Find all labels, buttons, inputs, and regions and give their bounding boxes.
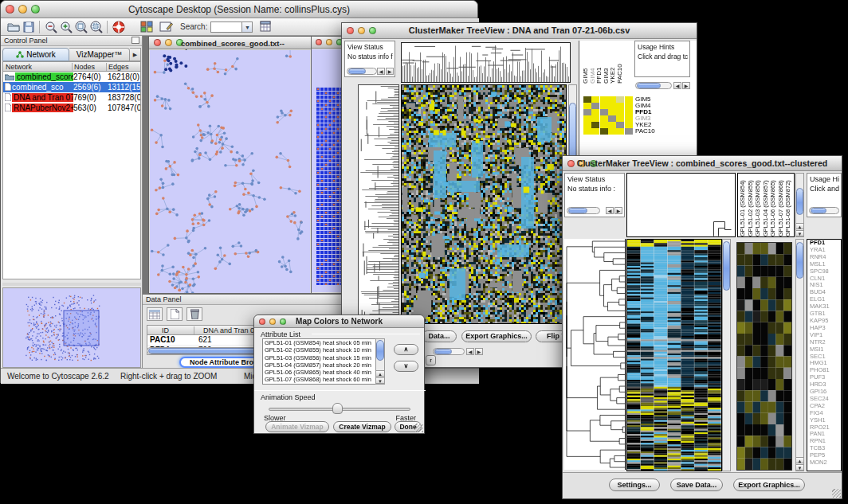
- treeview2-titlebar[interactable]: ClusterMaker TreeView : combined_scores_…: [563, 156, 842, 171]
- close-icon[interactable]: [316, 39, 322, 45]
- matrix-cell[interactable]: [600, 103, 608, 109]
- attribute-mapper-icon[interactable]: [139, 20, 154, 34]
- search-input[interactable]: [210, 21, 242, 33]
- resize-grip[interactable]: [414, 424, 423, 432]
- matrix-cell[interactable]: [583, 103, 591, 109]
- export-graphics-button[interactable]: Export Graphics...: [733, 479, 805, 491]
- zoom-fit-icon[interactable]: [73, 20, 88, 34]
- treeview2-gene-list[interactable]: PFD1YRA1RNR4MSL1SPC98CLN1NIS1BUD4ELG1MAK…: [807, 239, 842, 471]
- save-session-icon[interactable]: [21, 20, 36, 34]
- new-attribute-icon[interactable]: [167, 307, 183, 321]
- scroll-left-icon[interactable]: ◀: [377, 68, 385, 75]
- attribute-list-item[interactable]: GPL51-06 (GSM865) heat shock 40 min: [263, 369, 384, 376]
- float-panel-icon[interactable]: [132, 37, 139, 44]
- matrix-cell[interactable]: [616, 103, 624, 109]
- scroll-left-icon[interactable]: ◀: [673, 82, 681, 89]
- treeview1-titlebar[interactable]: ClusterMaker TreeView : DNA and Tran 07-…: [342, 23, 697, 39]
- tab-overflow-icon[interactable]: ▶: [130, 48, 141, 61]
- scroll-up-icon[interactable]: ▲: [796, 457, 803, 463]
- network-row[interactable]: DNA and Tran 07769(0)183728(0): [3, 92, 140, 103]
- matrix-cell[interactable]: [616, 122, 624, 128]
- view-status-hscrollbar[interactable]: [347, 68, 377, 75]
- export-graphics-button[interactable]: Export Graphics...: [461, 330, 532, 342]
- heatmap-vscrollbar[interactable]: [722, 239, 731, 471]
- matrix-cell[interactable]: [583, 109, 591, 115]
- attribute-list-item[interactable]: GPL51-03 (GSM856) heat shock 15 min: [263, 354, 384, 361]
- network-window-1-titlebar[interactable]: combined_scores_good.txt--cluste...: [149, 37, 311, 49]
- main-titlebar[interactable]: Cytoscape Desktop (Session Name: collins…: [1, 1, 477, 18]
- scroll-left-icon[interactable]: ◀: [466, 348, 474, 355]
- matrix-cell[interactable]: [608, 103, 616, 109]
- treeview1-heatmap[interactable]: [401, 84, 567, 324]
- scroll-down-icon[interactable]: ▼: [376, 377, 384, 384]
- treeview1-row-dendrogram[interactable]: [358, 84, 399, 324]
- matrix-cell[interactable]: [625, 103, 633, 109]
- matrix-cell[interactable]: [600, 109, 608, 115]
- view-status-hscrollbar[interactable]: [567, 207, 600, 214]
- scroll-down-icon[interactable]: ▼: [796, 230, 803, 236]
- tab-vizmapper[interactable]: VizMapper™: [69, 48, 130, 61]
- matrix-cell[interactable]: [625, 109, 633, 115]
- matrix-cell[interactable]: [583, 115, 591, 122]
- matrix-cell[interactable]: [591, 115, 599, 122]
- matrix-cell[interactable]: [608, 128, 616, 135]
- treeview2-column-dendrogram[interactable]: [626, 173, 736, 237]
- matrix-cell[interactable]: [608, 122, 616, 128]
- save-data-button[interactable]: Data...: [422, 330, 457, 342]
- network-row[interactable]: RNAPuberNov2+563(0)107847(0): [3, 103, 140, 113]
- matrix-cell[interactable]: [583, 128, 591, 135]
- scroll-right-icon[interactable]: ▶: [682, 82, 690, 89]
- treeview1-similarity-matrix[interactable]: [583, 96, 633, 135]
- matrix-cell[interactable]: [600, 96, 608, 103]
- matrix-cell[interactable]: [616, 109, 624, 115]
- matrix-cell[interactable]: [591, 128, 599, 135]
- matrix-cell[interactable]: [600, 128, 608, 135]
- tab-network[interactable]: Network: [2, 48, 69, 61]
- matrix-cell[interactable]: [625, 96, 633, 103]
- splitter-handle[interactable]: [2, 283, 141, 286]
- matrix-cell[interactable]: [625, 122, 633, 128]
- settings-button[interactable]: Settings...: [609, 479, 660, 491]
- delete-attribute-icon[interactable]: [186, 307, 202, 321]
- network-table-header[interactable]: Network Nodes Edges: [3, 62, 140, 72]
- matrix-cell[interactable]: [625, 128, 633, 135]
- scroll-right-icon[interactable]: ▶: [386, 68, 394, 75]
- open-session-icon[interactable]: [6, 20, 21, 34]
- close-icon[interactable]: [154, 39, 161, 46]
- import-table-icon[interactable]: [259, 20, 274, 34]
- attribute-list-item[interactable]: GPL51-02 (GSM855) heat shock 10 min: [263, 346, 384, 354]
- matrix-cell[interactable]: [591, 122, 599, 128]
- network-row[interactable]: combined_sco2569(6)13112(15): [3, 82, 140, 92]
- zoom-in-icon[interactable]: [58, 20, 73, 34]
- treeview1-column-dendrogram[interactable]: [401, 42, 571, 83]
- matrix-cell[interactable]: [583, 96, 591, 103]
- matrix-cell[interactable]: [591, 96, 599, 103]
- column-labels-vscrollbar[interactable]: ▲ ▼: [795, 173, 804, 237]
- usage-hints-hscrollbar[interactable]: [809, 207, 839, 214]
- save-data-button[interactable]: Save Data...: [670, 479, 723, 491]
- attribute-list-item[interactable]: GPL51-01 (GSM854) heat shock 05 min: [263, 339, 384, 346]
- animate-vizmap-button[interactable]: Animate Vizmap: [265, 421, 329, 432]
- matrix-cell[interactable]: [591, 103, 599, 109]
- mini-r-button[interactable]: r: [426, 355, 436, 365]
- attribute-list-item[interactable]: GPL51-07 (GSM868) heat shock 60 min: [263, 376, 384, 383]
- matrix-cell[interactable]: [591, 109, 599, 115]
- scroll-right-icon[interactable]: ▶: [614, 207, 622, 214]
- matrix-cell[interactable]: [608, 96, 616, 103]
- attribute-list-vscrollbar[interactable]: ▲ ▼: [375, 338, 385, 385]
- minimize-icon[interactable]: [165, 39, 172, 46]
- scroll-left-icon[interactable]: ◀: [606, 207, 614, 214]
- slider-thumb[interactable]: [332, 403, 343, 414]
- help-icon[interactable]: [111, 20, 126, 34]
- search-dropdown-icon[interactable]: ▼: [242, 21, 253, 33]
- footer-hscrollbar[interactable]: [433, 348, 465, 355]
- matrix-cell[interactable]: [616, 115, 624, 122]
- matrix-cell[interactable]: [608, 109, 616, 115]
- select-attributes-icon[interactable]: [147, 307, 163, 321]
- gene-list-vscrollbar[interactable]: ▲ ▼: [795, 239, 804, 471]
- attribute-list[interactable]: GPL51-01 (GSM854) heat shock 05 minGPL51…: [262, 338, 385, 385]
- matrix-cell[interactable]: [583, 122, 591, 128]
- treeview2-heatmap[interactable]: [626, 239, 722, 471]
- matrix-cell[interactable]: [616, 96, 624, 103]
- resize-grip[interactable]: [832, 489, 841, 498]
